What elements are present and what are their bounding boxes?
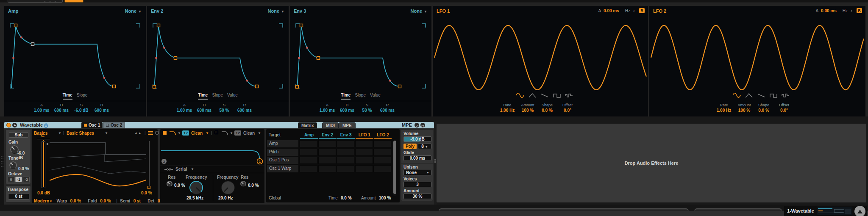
lfo-display[interactable] xyxy=(433,17,648,92)
curve-slope-handle[interactable] xyxy=(103,77,106,79)
filter1-slope-badge[interactable]: 12 xyxy=(182,130,189,136)
filter1-freq-knob[interactable] xyxy=(189,180,203,197)
matrix-cell-osc-1-warp-lfo-2[interactable] xyxy=(373,165,391,172)
lfo-shape-square-icon[interactable] xyxy=(553,92,561,98)
octave-minus1-button[interactable]: -1 xyxy=(15,177,22,182)
sub-tone-knob[interactable] xyxy=(9,161,17,171)
lfo-shape-square-icon[interactable] xyxy=(769,92,778,98)
filter1-type-arrow-icon[interactable]: ▼ xyxy=(178,131,181,135)
lfo-shape-random-icon[interactable] xyxy=(565,92,573,98)
matrix-cell-osc-1-warp-lfo-1[interactable] xyxy=(355,165,373,172)
param-value-r[interactable]: 600 ms xyxy=(88,108,115,113)
polar-view-icon[interactable] xyxy=(155,131,159,135)
curve-slope-handle[interactable] xyxy=(155,57,157,59)
filter1-res-knob[interactable] xyxy=(166,180,173,189)
matrix-cell-pitch-env-3[interactable] xyxy=(337,149,354,156)
param-value-offset[interactable]: 0.0° xyxy=(554,108,581,113)
category-dropdown-arrow-icon[interactable]: ▼ xyxy=(58,131,61,135)
prev-wavetable-icon[interactable]: ◂ xyxy=(135,131,137,135)
wavetable-display[interactable] xyxy=(50,138,146,190)
lfo-attack-value[interactable]: 0.00 ms xyxy=(604,8,619,13)
unison-amount-value[interactable]: 30 % xyxy=(403,194,431,199)
save-preset-icon[interactable] xyxy=(420,123,425,127)
filter-response-display[interactable]: 2 1 xyxy=(160,137,264,166)
matrix-cell-amp-lfo-1[interactable] xyxy=(355,140,373,147)
breakpoint-handle[interactable] xyxy=(31,43,34,46)
matrix-cell-osc-1-pos-lfo-1[interactable] xyxy=(355,157,373,164)
octave-0-button[interactable]: 0 xyxy=(8,177,14,182)
matrix-col-lfo-2[interactable]: LFO 2 xyxy=(373,133,392,137)
filter2-freq-value[interactable]: 20.0 Hz xyxy=(218,196,233,200)
breakpoint-handle[interactable] xyxy=(14,24,17,27)
matrix-cell-amp-env-2[interactable] xyxy=(318,140,336,147)
warp-value[interactable]: 0.0 % xyxy=(70,199,81,203)
poly-mode-button[interactable]: Poly xyxy=(403,144,417,149)
matrix-cell-pitch-lfo-1[interactable] xyxy=(355,149,373,156)
lfo-shape-sine-icon[interactable] xyxy=(732,92,741,98)
curve-slope-handle[interactable] xyxy=(389,80,391,82)
fold-corner-icon[interactable] xyxy=(854,206,865,216)
matrix-cell-osc-1-warp-env-3[interactable] xyxy=(337,165,354,172)
lfo-shape-random-icon[interactable] xyxy=(782,92,790,98)
matrix-cell-osc-1-pos-lfo-2[interactable] xyxy=(373,157,391,164)
matrix-cell-osc-1-pos-env-2[interactable] xyxy=(318,157,336,164)
param-value-r[interactable]: 600 ms xyxy=(374,108,401,113)
filter1-circuit-arrow-icon[interactable]: ▼ xyxy=(206,131,209,135)
env-tab-time[interactable]: Time xyxy=(341,93,351,100)
curve-slope-handle[interactable] xyxy=(298,57,300,59)
voice-count-dropdown[interactable]: 8 ▼ xyxy=(418,144,431,149)
matrix-col-env-3[interactable]: Env 3 xyxy=(337,133,355,137)
param-value-r[interactable]: 600 ms xyxy=(231,108,258,113)
filter2-circuit-dropdown[interactable]: Clean xyxy=(243,131,255,136)
filter2-res-value[interactable]: 0.0 % xyxy=(248,183,259,188)
env-tab-time[interactable]: Time xyxy=(198,93,208,100)
filter2-type-arrow-icon[interactable]: ▼ xyxy=(230,131,233,135)
lfo-sync-note-icon[interactable]: ♪ xyxy=(633,8,635,13)
lfo-shape-sine-icon[interactable] xyxy=(516,92,524,98)
env-mode-dropdown[interactable]: None▼ xyxy=(268,8,284,14)
matrix-cell-pitch-amp[interactable] xyxy=(300,149,317,156)
matrix-col-amp[interactable]: Amp xyxy=(300,133,318,137)
envelope-display[interactable] xyxy=(290,17,431,92)
curve-slope-handle[interactable] xyxy=(246,80,248,82)
breakpoint-handle[interactable] xyxy=(317,56,320,59)
device-fold-button[interactable] xyxy=(12,123,17,127)
breakpoint-handle[interactable] xyxy=(296,86,299,89)
pitch-note-readout[interactable]: C xyxy=(41,133,45,138)
filter2-freq-knob[interactable] xyxy=(221,180,235,197)
filter2-type-icon[interactable] xyxy=(221,131,229,135)
tab-osc-1[interactable]: Osc 1 xyxy=(81,122,103,128)
filter1-circuit-dropdown[interactable]: Clean xyxy=(191,131,203,136)
matrix-scrollbar-thumb[interactable] xyxy=(393,141,396,194)
tab-mpe[interactable]: MPE xyxy=(339,122,356,128)
lfo-rate-unit-toggle[interactable]: Hz xyxy=(625,8,630,13)
pitch-slider-handle-icon[interactable] xyxy=(46,142,48,146)
matrix-cell-osc-1-pos-env-3[interactable] xyxy=(337,157,354,164)
env-mode-dropdown[interactable]: None▼ xyxy=(411,8,427,14)
filter1-freq-value[interactable]: 20.5 kHz xyxy=(186,196,203,200)
glide-value[interactable]: 0.00 ms xyxy=(403,155,431,161)
tone-value[interactable]: 0.0 % xyxy=(18,166,29,171)
matrix-cell-amp-lfo-2[interactable] xyxy=(373,140,391,147)
lfo-shape-triangle-icon[interactable] xyxy=(528,92,537,98)
filter2-slope-badge[interactable]: 12 xyxy=(234,130,241,136)
env-tab-slope[interactable]: Slope xyxy=(355,93,366,100)
warp-mode-arrow-icon[interactable]: ▼ xyxy=(49,199,53,203)
breakpoint-handle[interactable] xyxy=(398,85,401,88)
wave-position-slider[interactable] xyxy=(149,141,150,189)
next-wavetable-icon[interactable]: ▸ xyxy=(139,131,141,135)
tab-midi[interactable]: MIDI xyxy=(322,122,339,128)
curve-slope-handle[interactable] xyxy=(306,47,308,49)
tab-osc-2[interactable]: Osc 2 xyxy=(103,122,125,128)
lfo-sync-note-icon[interactable]: ♪ xyxy=(850,8,852,13)
matrix-cell-amp-env-3[interactable] xyxy=(337,140,354,147)
breakpoint-handle[interactable] xyxy=(174,56,177,59)
gain-value[interactable]: -6.0 dB xyxy=(17,151,31,160)
param-value-offset[interactable]: 0.0° xyxy=(771,108,798,113)
curve-slope-handle[interactable] xyxy=(20,36,22,39)
linear-view-icon[interactable] xyxy=(148,131,153,135)
breakpoint-handle[interactable] xyxy=(157,24,160,27)
matrix-scrollbar[interactable] xyxy=(393,140,396,196)
wave-position-value[interactable]: 0.0 % xyxy=(141,191,152,195)
unison-voices-value[interactable]: 3 xyxy=(403,182,431,187)
